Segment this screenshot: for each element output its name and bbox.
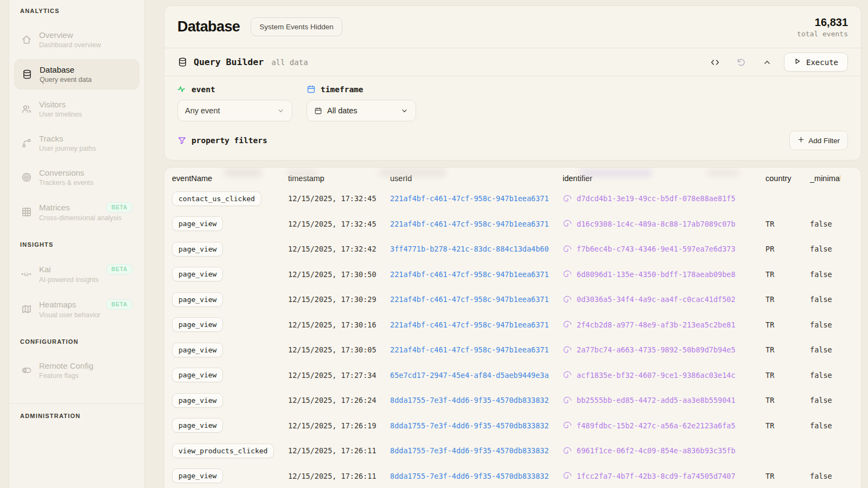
event-name-pill[interactable]: contact_us_clicked [172, 191, 261, 206]
country-value: TR [765, 371, 774, 380]
table-row[interactable]: page_view12/15/2025, 17:26:198dda1755-7e… [172, 413, 853, 439]
plus-icon [797, 136, 805, 145]
minimal-value: false [810, 396, 832, 404]
column-header-country: country [765, 174, 810, 183]
minimal-value: false [810, 220, 832, 228]
user-id-link[interactable]: 8dda1755-7e3f-4dd6-9f35-4570db833832 [390, 446, 549, 455]
database-icon [177, 57, 188, 67]
country-value: TR [765, 220, 774, 228]
code-view-button[interactable] [706, 54, 724, 70]
table-row[interactable]: page_view12/15/2025, 17:30:16221af4bf-c4… [172, 312, 853, 338]
sidebar-item-label: Conversions [39, 168, 84, 177]
user-id-link[interactable]: 221af4bf-c461-47cf-958c-947b1eea6371 [390, 270, 549, 279]
timeframe-select-value: All dates [327, 106, 358, 115]
minimal-value: false [810, 245, 832, 253]
identifier-value[interactable]: acf1835e-bf32-4607-9ce1-9386ac03e14c [577, 371, 736, 380]
user-id-link[interactable]: 221af4bf-c461-47cf-958c-947b1eea6371 [390, 194, 549, 203]
timeframe-filter-label: timeframe [321, 85, 363, 94]
event-name-pill[interactable]: page_view [172, 317, 223, 332]
event-name-pill[interactable]: page_view [172, 343, 223, 357]
event-name-pill[interactable]: page_view [172, 468, 223, 483]
table-row[interactable]: page_view12/15/2025, 17:32:45221af4bf-c4… [172, 211, 853, 237]
table-row[interactable]: page_view12/15/2025, 17:27:3465e7cd17-29… [172, 363, 853, 388]
sidebar-item-tracks[interactable]: TracksUser journey paths [14, 129, 139, 158]
event-name-pill[interactable]: page_view [172, 418, 223, 433]
event-name-pill[interactable]: page_view [172, 267, 223, 281]
chevron-up-icon [762, 57, 772, 67]
sidebar-item-conversions[interactable]: ConversionsTrackers & events [14, 163, 139, 192]
user-id-link[interactable]: 221af4bf-c461-47cf-958c-947b1eea6371 [390, 220, 549, 228]
query-builder-title: Query Builder [194, 57, 264, 67]
identifier-value[interactable]: 6961f1ce-06f2-4c09-854e-a836b93c35fb [577, 446, 736, 455]
country-value: TR [765, 472, 774, 480]
column-header-userid: userId [390, 174, 563, 183]
event-select[interactable]: Any event [177, 100, 292, 121]
identifier-value[interactable]: 2a77bc74-a663-4735-9892-50b89d7b94e5 [577, 345, 736, 354]
identifier-value[interactable]: 1fcc2fa7-4b7f-42b3-8cd9-fa74505d7407 [577, 472, 736, 480]
event-name-pill[interactable]: page_view [172, 292, 223, 307]
identifier-value[interactable]: d16c9308-1c4c-489a-8c88-17ab7089c07b [577, 220, 736, 228]
sidebar-item-remote-config[interactable]: Remote ConfigFeature flags [14, 356, 139, 385]
route-icon [21, 138, 32, 149]
event-name-pill[interactable]: page_view [172, 216, 223, 231]
sidebar-item-overview[interactable]: OverviewDashboard overview [14, 25, 139, 54]
table-row[interactable]: view_products_clicked12/15/2025, 17:26:1… [172, 438, 853, 464]
user-id-link[interactable]: 8dda1755-7e3f-4dd6-9f35-4570db833832 [390, 396, 549, 404]
sidebar-item-subtitle: Feature flags [39, 372, 132, 380]
collapse-button[interactable] [758, 54, 776, 70]
table-row[interactable]: page_view12/15/2025, 17:32:423ff4771b-b2… [172, 236, 853, 262]
minimal-value: false [810, 472, 832, 480]
identifier-value[interactable]: f7b6ec4b-c743-4346-9e41-597ea7e6d373 [577, 245, 736, 253]
event-name-pill[interactable]: page_view [172, 393, 223, 408]
user-id-link[interactable]: 221af4bf-c461-47cf-958c-947b1eea6371 [390, 320, 549, 329]
user-id-link[interactable]: 221af4bf-c461-47cf-958c-947b1eea6371 [390, 345, 549, 354]
sidebar-item-subtitle: Trackers & events [39, 179, 132, 187]
fingerprint-icon [563, 421, 572, 430]
reset-query-button[interactable] [732, 54, 750, 70]
timestamp-value: 12/15/2025, 17:30:05 [288, 345, 376, 354]
identifier-value[interactable]: d7dcd4b1-3e19-49cc-b5df-078e88ae81f5 [577, 194, 736, 203]
sidebar-item-kai[interactable]: •ω•KaiBETAAI-powered insights [14, 259, 139, 289]
sidebar-item-database[interactable]: DatabaseQuery event data [14, 59, 139, 89]
sidebar-item-matrices[interactable]: MatricesBETACross-dimensional analysis [14, 197, 139, 227]
sidebar-item-label: Overview [39, 30, 73, 40]
query-builder-toolbar: Query Builder all data Execute [164, 48, 861, 76]
identifier-value[interactable]: 0d3036a5-34f4-4a9c-aa4f-c0cac41df502 [577, 295, 736, 304]
sidebar-item-heatmaps[interactable]: HeatmapsBETAVisual user behavior [14, 294, 139, 324]
system-events-hidden-button[interactable]: System Events Hidden [251, 17, 342, 36]
identifier-value[interactable]: 2f4cb2d8-a977-48e9-af3b-213ea5c2be81 [577, 320, 736, 329]
user-id-link[interactable]: 3ff4771b-b278-421c-83dc-884c13da4b60 [390, 245, 549, 253]
event-name-pill[interactable]: page_view [172, 368, 223, 382]
add-filter-button[interactable]: Add Filter [789, 131, 848, 150]
event-name-pill[interactable]: view_products_clicked [172, 444, 274, 458]
column-header-minimal: _minimal [810, 174, 840, 183]
execute-button[interactable]: Execute [784, 53, 848, 72]
activity-icon [177, 85, 187, 94]
table-row[interactable]: page_view12/15/2025, 17:26:248dda1755-7e… [172, 388, 853, 413]
table-row[interactable]: contact_us_clicked12/15/2025, 17:32:4522… [172, 186, 853, 211]
identifier-value[interactable]: f489fdbc-15b2-427c-a56a-62e2123a6fa5 [577, 421, 736, 430]
timeframe-select[interactable]: All dates [307, 100, 416, 121]
table-row[interactable]: page_view12/15/2025, 17:30:05221af4bf-c4… [172, 337, 853, 363]
table-row[interactable]: page_view12/15/2025, 17:30:29221af4bf-c4… [172, 287, 853, 312]
timestamp-value: 12/15/2025, 17:26:11 [288, 472, 376, 480]
event-name-pill[interactable]: page_view [172, 242, 223, 256]
query-builder-card: Database System Events Hidden 16,831 tot… [164, 5, 861, 160]
user-id-link[interactable]: 8dda1755-7e3f-4dd6-9f35-4570db833832 [390, 472, 549, 480]
user-id-link[interactable]: 65e7cd17-2947-45e4-af84-d5aeb9449e3a [390, 371, 549, 380]
sidebar-item-subtitle: User journey paths [39, 145, 132, 152]
events-table-body: contact_us_clicked12/15/2025, 17:32:4522… [164, 186, 861, 488]
sidebar-section: CONFIGURATIONRemote ConfigFeature flags [9, 338, 144, 385]
chevron-down-icon [400, 107, 409, 115]
user-id-link[interactable]: 221af4bf-c461-47cf-958c-947b1eea6371 [390, 295, 549, 304]
user-id-link[interactable]: 8dda1755-7e3f-4dd6-9f35-4570db833832 [390, 421, 549, 430]
minimal-value: false [810, 295, 832, 304]
table-row[interactable]: page_view12/15/2025, 17:26:118dda1755-7e… [172, 464, 853, 488]
country-value: TR [765, 345, 774, 354]
minimal-value: false [810, 345, 832, 354]
identifier-value[interactable]: 6d8096d1-135e-4350-bdff-178aeab09be8 [577, 270, 736, 279]
event-filter-label: event [192, 85, 215, 94]
table-row[interactable]: page_view12/15/2025, 17:30:50221af4bf-c4… [172, 262, 853, 287]
sidebar-item-visitors[interactable]: VisitorsUser timelines [14, 94, 139, 124]
identifier-value[interactable]: bb2555bb-ed85-4472-add5-aa3e8b559041 [577, 396, 736, 404]
